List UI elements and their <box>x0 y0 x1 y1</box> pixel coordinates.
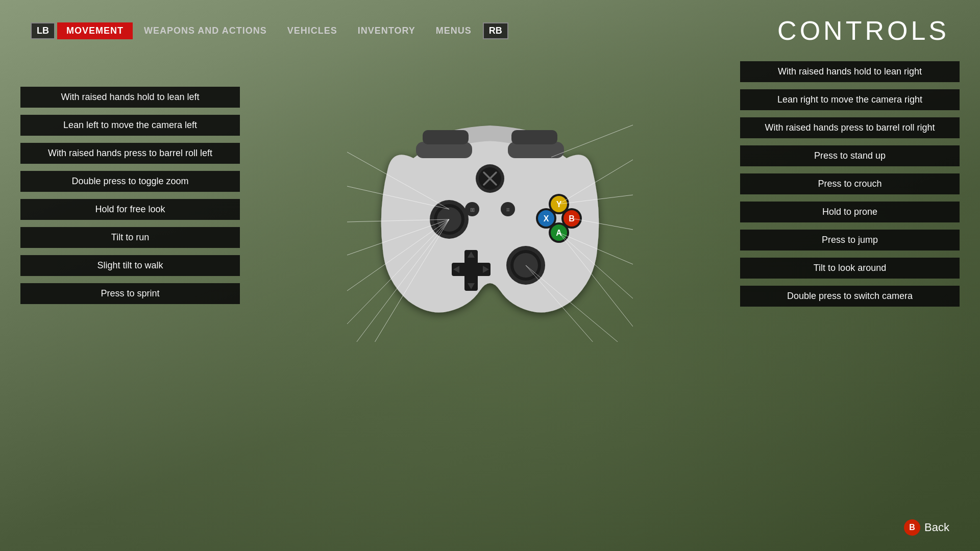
left-labels: With raised hands hold to lean left Lean… <box>20 56 240 304</box>
label-lean-right: With raised hands hold to lean right <box>740 61 960 82</box>
main-content: With raised hands hold to lean left Lean… <box>0 46 980 505</box>
tab-lb[interactable]: LB <box>31 22 55 39</box>
label-free-look: Hold for free look <box>20 199 240 220</box>
controller-area: ⊗ ⊞ ≡ <box>240 56 740 342</box>
back-button[interactable]: B Back <box>904 519 949 536</box>
label-lean-left: With raised hands hold to lean left <box>20 87 240 108</box>
nav-tabs: LB MOVEMENT WEAPONS AND ACTIONS VEHICLES… <box>31 22 508 39</box>
label-barrel-roll-right: With raised hands press to barrel roll r… <box>740 117 960 138</box>
svg-text:⊞: ⊞ <box>470 207 475 213</box>
svg-text:Y: Y <box>556 200 562 209</box>
controller: ⊗ ⊞ ≡ <box>347 56 633 342</box>
tab-vehicles[interactable]: VEHICLES <box>278 22 347 39</box>
tab-menus[interactable]: MENUS <box>427 22 481 39</box>
svg-rect-3 <box>511 130 557 144</box>
back-label: Back <box>924 521 949 534</box>
label-look-around: Tilt to look around <box>740 258 960 279</box>
label-crouch: Press to crouch <box>740 173 960 194</box>
bottom-bar: B Back <box>904 519 949 536</box>
label-switch-camera: Double press to switch camera <box>740 286 960 307</box>
label-prone: Hold to prone <box>740 202 960 222</box>
label-tilt-run: Tilt to run <box>20 227 240 248</box>
label-camera-left: Lean left to move the camera left <box>20 115 240 136</box>
tab-movement[interactable]: MOVEMENT <box>57 22 133 39</box>
right-labels: With raised hands hold to lean right Lea… <box>740 56 960 307</box>
svg-text:X: X <box>544 214 549 223</box>
tab-rb[interactable]: RB <box>483 22 508 39</box>
label-tilt-walk: Slight tilt to walk <box>20 255 240 276</box>
label-camera-right: Lean right to move the camera right <box>740 89 960 110</box>
page-title: CONTROLS <box>777 15 949 46</box>
svg-line-44 <box>551 125 633 157</box>
svg-text:≡: ≡ <box>506 206 509 213</box>
label-jump: Press to jump <box>740 230 960 251</box>
tab-inventory[interactable]: INVENTORY <box>349 22 425 39</box>
controller-svg: ⊗ ⊞ ≡ <box>347 56 633 342</box>
label-barrel-roll-left: With raised hands press to barrel roll l… <box>20 143 240 164</box>
tab-weapons[interactable]: WEAPONS AND ACTIONS <box>135 22 276 39</box>
b-button-icon: B <box>904 519 920 536</box>
svg-rect-2 <box>423 130 469 144</box>
label-toggle-zoom: Double press to toggle zoom <box>20 171 240 192</box>
header: LB MOVEMENT WEAPONS AND ACTIONS VEHICLES… <box>0 0 980 46</box>
label-stand-up: Press to stand up <box>740 145 960 166</box>
label-sprint: Press to sprint <box>20 283 240 304</box>
